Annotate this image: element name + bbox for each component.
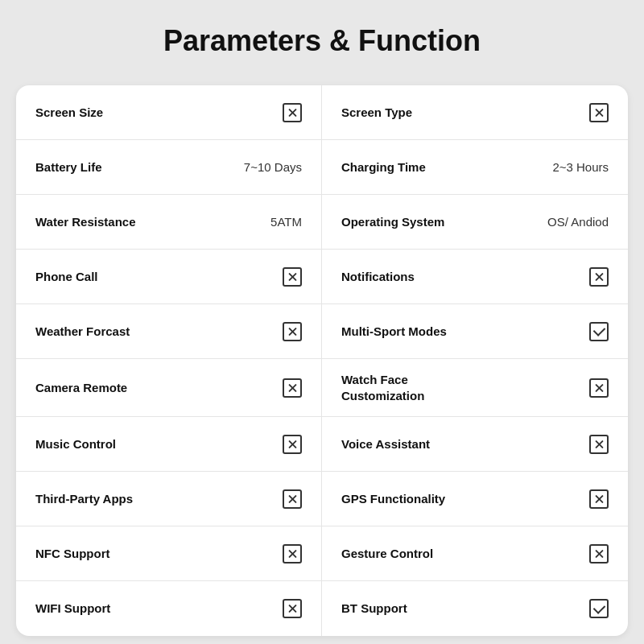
cell-label: Operating System bbox=[341, 214, 444, 230]
cell-label: Gesture Control bbox=[341, 546, 433, 562]
table-cell: NFC Support bbox=[16, 526, 322, 581]
x-icon bbox=[589, 103, 609, 122]
x-icon bbox=[283, 599, 302, 618]
table-cell: Weather Forcast bbox=[16, 304, 322, 359]
x-icon bbox=[283, 544, 302, 564]
table-cell: Screen Size bbox=[16, 85, 322, 140]
cell-label: Battery Life bbox=[35, 159, 102, 175]
cell-label: BT Support bbox=[341, 601, 407, 617]
cell-label: Phone Call bbox=[35, 269, 98, 285]
cell-value: 2~3 Hours bbox=[552, 160, 609, 174]
table-cell: Phone Call bbox=[16, 250, 322, 304]
x-icon bbox=[283, 267, 302, 287]
table-cell: Screen Type bbox=[322, 85, 628, 140]
table-cell: Gesture Control bbox=[322, 526, 628, 581]
x-icon bbox=[283, 322, 302, 341]
table-cell: Notifications bbox=[322, 250, 628, 304]
cell-label: WIFI Support bbox=[35, 601, 110, 617]
x-icon bbox=[589, 435, 609, 454]
cell-value: OS/ Andiod bbox=[547, 215, 609, 229]
cell-label: Multi-Sport Modes bbox=[341, 324, 447, 340]
table-cell: Music Control bbox=[16, 417, 322, 472]
table-cell: Water Resistance5ATM bbox=[16, 195, 322, 250]
page-title: Parameters & Function bbox=[16, 16, 628, 66]
cell-label: Notifications bbox=[341, 269, 415, 285]
cell-value: 5ATM bbox=[270, 215, 302, 229]
table-cell: Voice Assistant bbox=[322, 417, 628, 472]
table-cell: Third-Party Apps bbox=[16, 472, 322, 526]
cell-label: Charging Time bbox=[341, 159, 426, 175]
cell-label: NFC Support bbox=[35, 546, 109, 562]
cell-label: Music Control bbox=[35, 436, 116, 452]
cell-label: GPS Functionality bbox=[341, 491, 445, 507]
cell-label: Water Resistance bbox=[35, 214, 136, 230]
x-icon bbox=[589, 489, 609, 509]
cell-value: 7~10 Days bbox=[244, 160, 302, 174]
cell-label: Screen Type bbox=[341, 105, 412, 121]
table-cell: Watch Face Customization bbox=[322, 359, 628, 417]
x-icon bbox=[589, 267, 609, 287]
check-icon bbox=[589, 322, 609, 341]
table-cell: Camera Remote bbox=[16, 359, 322, 417]
table-cell: Charging Time2~3 Hours bbox=[322, 140, 628, 195]
cell-label: Watch Face Customization bbox=[341, 372, 489, 403]
table-cell: Battery Life7~10 Days bbox=[16, 140, 322, 195]
table-card: Screen SizeScreen TypeBattery Life7~10 D… bbox=[16, 85, 628, 636]
cell-label: Screen Size bbox=[35, 105, 103, 121]
table-grid: Screen SizeScreen TypeBattery Life7~10 D… bbox=[16, 85, 628, 636]
check-icon bbox=[589, 599, 609, 618]
table-cell: Multi-Sport Modes bbox=[322, 304, 628, 359]
table-cell: Operating SystemOS/ Andiod bbox=[322, 195, 628, 250]
cell-label: Third-Party Apps bbox=[35, 491, 133, 507]
page-container: Parameters & Function Screen SizeScreen … bbox=[16, 16, 628, 636]
table-cell: BT Support bbox=[322, 581, 628, 636]
cell-label: Weather Forcast bbox=[35, 324, 130, 340]
x-icon bbox=[283, 378, 302, 398]
x-icon bbox=[589, 544, 609, 564]
x-icon bbox=[589, 378, 609, 398]
cell-label: Voice Assistant bbox=[341, 436, 430, 452]
cell-label: Camera Remote bbox=[35, 380, 127, 396]
x-icon bbox=[283, 103, 302, 122]
table-cell: WIFI Support bbox=[16, 581, 322, 636]
x-icon bbox=[283, 489, 302, 509]
table-cell: GPS Functionality bbox=[322, 472, 628, 526]
x-icon bbox=[283, 435, 302, 454]
